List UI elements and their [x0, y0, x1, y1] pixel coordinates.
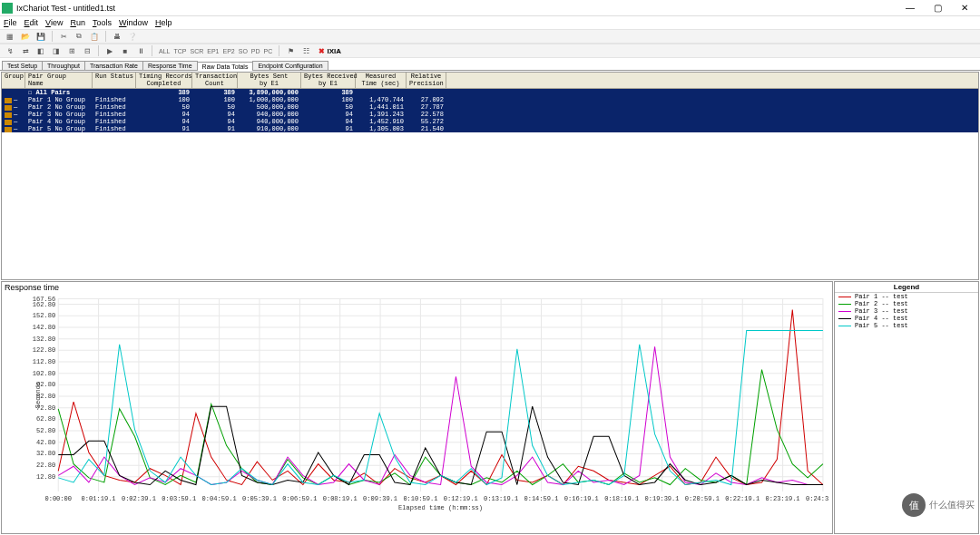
svg-text:0:19:39.1: 0:19:39.1 — [645, 495, 680, 502]
print-icon[interactable]: 🖶 — [111, 30, 123, 43]
open-icon[interactable]: 📂 — [19, 30, 32, 43]
tool-e-icon[interactable]: ⊞ — [65, 44, 78, 57]
svg-text:0:10:59.1: 0:10:59.1 — [403, 495, 437, 502]
tab-endpoint-configuration[interactable]: Endpoint Configuration — [252, 61, 328, 70]
svg-text:0:03:59.1: 0:03:59.1 — [162, 495, 196, 502]
svg-text:152.80: 152.80 — [33, 312, 55, 319]
chart-area[interactable]: 12.8022.8032.8042.8052.8062.8072.8082.80… — [33, 295, 828, 511]
paste-icon[interactable]: 📋 — [88, 30, 101, 43]
table-row[interactable]: — Pair 4 No GroupFinished9494940,000,000… — [2, 118, 978, 125]
filter-so[interactable]: SO — [237, 48, 250, 54]
title-bar: IxChariot Test - untitled1.tst — ▢ ✕ — [0, 0, 980, 16]
legend-item: Pair 1 -- test — [835, 293, 978, 300]
save-icon[interactable]: 💾 — [34, 30, 47, 43]
svg-text:62.80: 62.80 — [36, 415, 55, 423]
column-header[interactable]: Relative Precision — [407, 73, 446, 88]
svg-text:12.80: 12.80 — [36, 473, 55, 481]
menu-help[interactable]: Help — [155, 18, 172, 27]
table-row[interactable]: — Pair 5 No GroupFinished9191910,000,000… — [2, 125, 978, 132]
column-header[interactable]: Transaction Count — [192, 73, 238, 88]
filter-scr[interactable]: SCR — [188, 48, 205, 54]
toolbar-1: ▦ 📂 💾 ✂ ⧉ 📋 🖶 ❔ — [0, 29, 980, 44]
tool-a-icon[interactable]: ↯ — [4, 44, 16, 57]
tab-response-time[interactable]: Response Time — [142, 61, 198, 70]
cut-icon[interactable]: ✂ — [57, 30, 70, 43]
svg-text:112.80: 112.80 — [33, 358, 55, 365]
chart-pane: Response time 12.8022.8032.8042.8052.806… — [1, 281, 833, 534]
column-header[interactable]: Group — [2, 73, 25, 88]
menu-run[interactable]: Run — [70, 18, 85, 27]
close-button[interactable]: ✕ — [951, 1, 978, 15]
svg-text:0:01:19.1: 0:01:19.1 — [82, 495, 116, 502]
svg-text:0:24:39.1: 0:24:39.1 — [806, 495, 828, 502]
filter-tcp[interactable]: TCP — [172, 48, 188, 54]
tab-transaction-rate[interactable]: Transaction Rate — [84, 61, 143, 70]
legend-item: Pair 4 -- test — [835, 315, 978, 322]
svg-text:0:20:59.1: 0:20:59.1 — [685, 495, 720, 502]
ixia-logo: ✖ IXIA — [318, 47, 341, 55]
filter-ep1[interactable]: EP1 — [205, 48, 220, 54]
app-icon — [2, 3, 13, 14]
svg-text:142.80: 142.80 — [33, 324, 55, 331]
menu-edit[interactable]: Edit — [24, 18, 39, 27]
column-header[interactable]: Measured Time (sec) — [356, 73, 407, 88]
tool-b-icon[interactable]: ⇄ — [19, 44, 32, 57]
svg-text:0:14:59.1: 0:14:59.1 — [524, 495, 558, 502]
stop-icon[interactable]: ■ — [119, 44, 132, 57]
svg-text:0:02:39.1: 0:02:39.1 — [122, 495, 156, 502]
toolbar-2: ↯ ⇄ ◧ ◨ ⊞ ⊟ ▶ ■ ⏸ ALLTCPSCREP1EP2SOPDPC … — [0, 44, 980, 58]
menu-window[interactable]: Window — [119, 18, 148, 27]
svg-text:0:08:19.1: 0:08:19.1 — [323, 495, 358, 502]
svg-text:122.80: 122.80 — [33, 346, 55, 354]
svg-text:32.80: 32.80 — [36, 451, 55, 458]
svg-text:0:23:19.1: 0:23:19.1 — [766, 495, 800, 502]
svg-text:0:18:19.1: 0:18:19.1 — [604, 495, 639, 502]
table-row[interactable]: — Pair 1 No GroupFinished1001001,000,000… — [2, 96, 978, 103]
pause-icon[interactable]: ⏸ — [134, 44, 147, 57]
svg-text:Seconds: Seconds — [34, 382, 42, 408]
new-icon[interactable]: ▦ — [4, 30, 16, 43]
column-header[interactable]: Timing Records Completed — [136, 73, 192, 88]
table-row[interactable]: — Pair 2 No GroupFinished5050500,000,000… — [2, 103, 978, 111]
help-icon[interactable]: ❔ — [126, 30, 139, 43]
menu-view[interactable]: View — [45, 18, 63, 27]
filter-pc[interactable]: PC — [262, 48, 275, 54]
tab-raw-data-totals[interactable]: Raw Data Totals — [197, 62, 254, 71]
column-header[interactable]: Pair Group Name — [25, 73, 93, 88]
filter-all[interactable]: ALL — [157, 48, 172, 54]
result-tabs: Test SetupThroughputTransaction RateResp… — [0, 58, 980, 71]
maximize-button[interactable]: ▢ — [924, 1, 951, 15]
grid-header: GroupPair Group NameRun StatusTiming Rec… — [2, 73, 978, 89]
svg-text:0:12:19.1: 0:12:19.1 — [444, 495, 478, 502]
tool-f-icon[interactable]: ⊟ — [81, 44, 93, 57]
tab-test-setup[interactable]: Test Setup — [2, 61, 43, 70]
chart-icon[interactable]: ☷ — [299, 44, 312, 57]
svg-text:0:05:39.1: 0:05:39.1 — [242, 495, 277, 502]
menu-file[interactable]: File — [4, 18, 17, 27]
column-header[interactable]: Run Status — [93, 73, 136, 88]
tab-throughput[interactable]: Throughput — [42, 61, 85, 70]
copy-icon[interactable]: ⧉ — [73, 30, 85, 43]
tool-d-icon[interactable]: ◨ — [50, 44, 63, 57]
svg-text:0:00:00: 0:00:00 — [44, 495, 72, 502]
column-header[interactable]: Bytes Received by E1 — [301, 73, 356, 88]
svg-text:Elapsed time (h:mm:ss): Elapsed time (h:mm:ss) — [398, 504, 483, 511]
results-grid[interactable]: GroupPair Group NameRun StatusTiming Rec… — [1, 72, 979, 280]
filter-ep2[interactable]: EP2 — [220, 48, 236, 54]
legend-item: Pair 3 -- test — [835, 307, 978, 315]
tool-c-icon[interactable]: ◧ — [34, 44, 47, 57]
menu-tools[interactable]: Tools — [93, 18, 112, 27]
svg-text:0:22:19.1: 0:22:19.1 — [725, 495, 760, 502]
flag-icon[interactable]: ⚑ — [284, 44, 297, 57]
svg-text:42.80: 42.80 — [36, 439, 55, 446]
table-row[interactable]: ☐ All Pairs3893893,890,000,000389 — [2, 89, 978, 96]
filter-pd[interactable]: PD — [250, 48, 262, 54]
svg-text:0:16:19.1: 0:16:19.1 — [564, 495, 599, 502]
table-row[interactable]: — Pair 3 No GroupFinished9494940,000,000… — [2, 111, 978, 118]
svg-text:0:13:19.1: 0:13:19.1 — [484, 495, 518, 502]
svg-text:0:04:59.1: 0:04:59.1 — [202, 495, 237, 502]
svg-text:0:09:39.1: 0:09:39.1 — [363, 495, 397, 502]
minimize-button[interactable]: — — [897, 1, 924, 15]
column-header[interactable]: Bytes Sent by E1 — [238, 73, 301, 88]
run-icon[interactable]: ▶ — [103, 44, 116, 57]
